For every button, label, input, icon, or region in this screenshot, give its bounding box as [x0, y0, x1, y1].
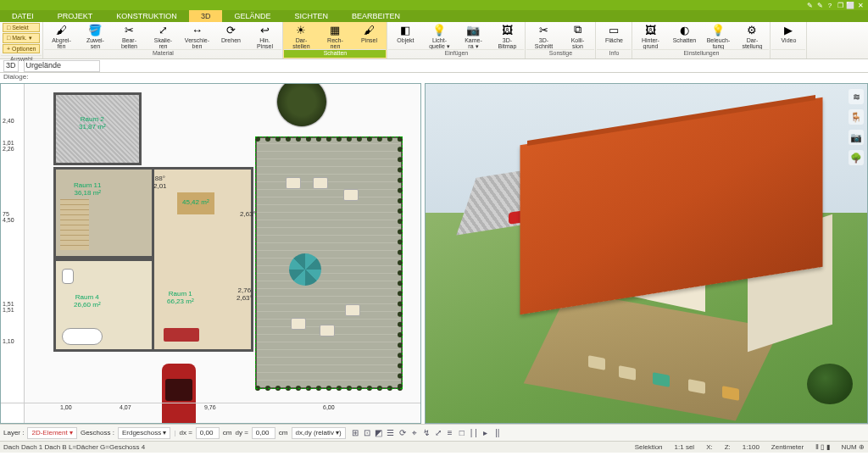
view-3d[interactable]: ≋🪑📷🌳 [425, 83, 868, 424]
ribbon-group-material: 🖌Abgrei- fen🪣Zuwei- sen✂Bear- beiten⤢Ska… [43, 22, 283, 58]
pencil-icon[interactable]: ✎ [805, 1, 814, 9]
layer-label: Layer : [3, 429, 24, 437]
opt-mark[interactable]: □ Mark. ▾ [3, 33, 40, 43]
dx-input[interactable]: 0,00 [196, 427, 220, 439]
status-tool-icon[interactable]: ≡ [444, 426, 456, 438]
status-tool-icon[interactable]: | | [468, 426, 480, 438]
status-tool-icon[interactable]: ⌖ [409, 427, 420, 439]
patio-chair[interactable] [291, 318, 306, 330]
tree-icon[interactable]: 🌳 [849, 150, 864, 165]
hedge-right [398, 136, 403, 389]
patio-chair[interactable] [320, 325, 335, 336]
ribbon-btn-pinsel[interactable]: 🖌Pinsel [352, 22, 386, 49]
tool-label: Hin. Pinsel [257, 37, 273, 49]
bush-3d-icon[interactable] [807, 364, 853, 404]
ribbon-btn-flche[interactable]: ▭Fläche [597, 22, 631, 49]
furniture-icon[interactable]: 🪑 [849, 109, 864, 125]
status-tool-icon[interactable]: ⟳ [397, 426, 409, 438]
dim-tick: 2,40 [3, 118, 14, 124]
ribbon-btn-kamera[interactable]: 📷Kame- ra ▾ [456, 22, 490, 49]
ribbon-btn-beleuchtung[interactable]: 💡Beleuch- tung [701, 22, 735, 49]
status-tool-icon[interactable]: ↯ [420, 426, 432, 438]
tool-label: Dar- stellen [292, 37, 309, 49]
dialoge-label: Dialoge: [0, 73, 868, 83]
ribbon-btn-drehen[interactable]: ⟳Drehen [214, 22, 248, 49]
status-tool-icon[interactable]: ☰ [385, 426, 397, 438]
layer-combo[interactable]: 2D-Element ▾ [27, 427, 76, 439]
pencil2-icon[interactable]: ✎ [815, 1, 824, 9]
toilet[interactable] [62, 269, 74, 284]
layers-icon[interactable]: ≋ [849, 89, 864, 104]
tool-icon: 🖌 [53, 23, 69, 36]
geschoss-combo[interactable]: Erdgeschoss ▾ [118, 427, 170, 439]
patio-chair[interactable] [345, 304, 360, 316]
ribbon-caption: Material [44, 49, 281, 58]
menu-gelände[interactable]: GELÄNDE [222, 10, 282, 22]
menu-3d[interactable]: 3D [189, 10, 223, 22]
status-tool-icon[interactable]: ⊞ [349, 426, 361, 438]
tool-icon: ☀ [293, 23, 309, 36]
hedge-bottom [255, 386, 403, 391]
view-2d-plan[interactable]: 2,401,01 2,2675 4,501,51 1,511,10 [0, 83, 421, 424]
view-tab-3d[interactable]: 3D [3, 60, 19, 72]
umbrella-icon[interactable] [289, 253, 321, 286]
dy-label: dy = [236, 429, 248, 437]
ribbon-btn-objekt[interactable]: ◧Objekt [388, 22, 422, 49]
minimize-icon[interactable]: ❐ [836, 1, 844, 9]
opt-optionen[interactable]: + Optionen [3, 44, 40, 53]
tool-icon: 📷 [465, 23, 481, 36]
status-tool-icon[interactable]: ◩ [373, 426, 385, 438]
stairs[interactable] [60, 199, 89, 250]
ribbon-btn-skalieren[interactable]: ⤢Skalie- ren [146, 22, 180, 49]
ribbon-btn-rechnen[interactable]: ▦Rech- nen [318, 22, 352, 49]
ribbon-btn-video[interactable]: ▶Video [771, 22, 805, 49]
ribbon-btn-dbitmap[interactable]: 🖼3D- Bitmap [490, 22, 524, 49]
patio-chair[interactable] [286, 177, 301, 189]
menu-bearbeiten[interactable]: BEARBEITEN [340, 10, 412, 22]
menu-bar: DATEIPROJEKTKONSTRUKTION3DGELÄNDESICHTEN… [0, 10, 868, 22]
ribbon-btn-hinpinsel[interactable]: ↩Hin. Pinsel [248, 22, 281, 49]
ribbon-btn-verschieben[interactable]: ↔Verschie- ben [180, 22, 214, 49]
ribbon-btn-darstellung[interactable]: ⚙Dar- stellung [735, 22, 769, 49]
maximize-icon[interactable]: ⬜ [846, 1, 854, 9]
ribbon-btn-lichtquelle[interactable]: 💡Licht- quelle ▾ [422, 22, 456, 49]
opt-selekt[interactable]: □ Selekt [3, 23, 40, 32]
status-tool-icon[interactable]: ▸ [480, 426, 492, 438]
workspace: 2,401,01 2,2675 4,501,51 1,511,10 [0, 83, 868, 424]
selection-options[interactable]: □ Selekt □ Mark. ▾ + Optionen [1, 22, 42, 55]
menu-konstruktion[interactable]: KONSTRUKTION [104, 10, 189, 22]
status-field: 1:100 [743, 443, 760, 451]
status-tool-icon[interactable]: ⤢ [432, 426, 444, 438]
ribbon-btn-abgreifen[interactable]: 🖌Abgrei- fen [44, 22, 78, 49]
coord-mode-combo[interactable]: dx,dy (relativ ▾) [292, 427, 346, 439]
ribbon-btn-zuweisen[interactable]: 🪣Zuwei- sen [78, 22, 112, 49]
patio-chair[interactable] [343, 189, 359, 201]
ribbon-btn-kollision[interactable]: ⧉Kolli- sion [560, 22, 594, 49]
tree-icon[interactable] [277, 83, 326, 126]
menu-datei[interactable]: DATEI [0, 10, 46, 22]
ribbon-btn-schatten[interactable]: ◐Schatten [667, 22, 701, 49]
patio-chair[interactable] [313, 177, 328, 189]
ribbon-btn-dschnitt[interactable]: ✂3D- Schnitt [526, 22, 560, 49]
tool-icon: ◧ [398, 23, 413, 36]
tool-icon: 🪣 [87, 23, 103, 36]
help-icon[interactable]: ? [826, 1, 834, 9]
room-label: Raum 2 31,87 m² [79, 116, 106, 131]
menu-sichten[interactable]: SICHTEN [282, 10, 340, 22]
close-icon[interactable]: ✕ [856, 1, 865, 9]
status-tool-icon[interactable]: □ [456, 426, 468, 438]
car-icon[interactable] [162, 364, 196, 424]
status-tool-icon[interactable]: ⊡ [361, 426, 373, 438]
camera-icon[interactable]: 📷 [849, 130, 864, 145]
ribbon-btn-darstellen[interactable]: ☀Dar- stellen [284, 22, 318, 49]
dy-input[interactable]: 0,00 [252, 427, 275, 439]
menu-projekt[interactable]: PROJEKT [46, 10, 105, 22]
room-label: Raum 11 36,18 m² [74, 182, 101, 197]
bathtub[interactable] [62, 328, 103, 345]
status-tool-icon[interactable]: || [492, 426, 504, 438]
ribbon-btn-hintergrund[interactable]: 🖼Hinter- grund [633, 22, 667, 49]
ribbon-btn-bearbeiten[interactable]: ✂Bear- beiten [112, 22, 146, 49]
patio[interactable] [255, 136, 403, 389]
terrain-combo[interactable]: Urgelände [24, 60, 100, 72]
sofa[interactable] [164, 328, 199, 342]
